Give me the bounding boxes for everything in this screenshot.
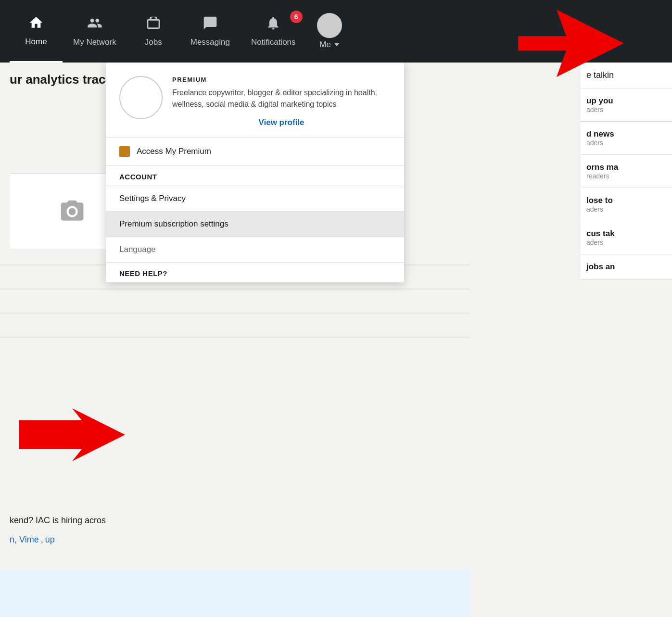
network-icon: [87, 15, 102, 35]
me-chevron-icon: [334, 43, 339, 46]
me-avatar: [317, 13, 342, 38]
right-item-6-label: cus tak: [586, 229, 666, 239]
right-item-3: d news aders: [581, 122, 672, 155]
nav-home-label: Home: [25, 37, 47, 47]
dropdown-profile-info: PREMIUM Freelance copywriter, blogger & …: [172, 76, 391, 127]
right-item-4-label: orns ma: [586, 163, 666, 172]
bottom-link2[interactable]: up: [45, 535, 55, 545]
right-item-2-sub: aders: [586, 106, 666, 113]
dropdown-profile-section: PREMIUM Freelance copywriter, blogger & …: [106, 63, 404, 138]
account-section-header: ACCOUNT: [106, 166, 404, 186]
nav-notifications[interactable]: 6 Notifications: [241, 0, 306, 63]
nav-notifications-label: Notifications: [251, 38, 296, 47]
jobs-icon: [146, 15, 161, 35]
right-item-4-sub: readers: [586, 172, 666, 180]
home-icon: [28, 15, 44, 34]
right-item-7-label: jobs an: [586, 262, 666, 272]
me-label: Me: [319, 40, 339, 50]
profile-description: Freelance copywriter, blogger & editor s…: [172, 87, 391, 110]
nav-jobs[interactable]: Jobs: [127, 0, 180, 63]
right-item-6: cus tak aders: [581, 221, 672, 254]
premium-badge: PREMIUM: [172, 76, 391, 83]
bottom-partial-text: kend? IAC is hiring acros: [10, 516, 106, 525]
access-premium-item[interactable]: Access My Premium: [106, 138, 404, 166]
right-item-2-label: up you: [586, 96, 666, 106]
nav-jobs-label: Jobs: [145, 38, 162, 47]
right-item-5: lose to aders: [581, 188, 672, 221]
right-item-7: jobs an: [581, 254, 672, 280]
dropdown-avatar: [119, 76, 163, 119]
nav-messaging-label: Messaging: [190, 38, 230, 47]
settings-privacy-item[interactable]: Settings & Privacy: [106, 186, 404, 212]
premium-subscription-item[interactable]: Premium subscription settings: [106, 212, 404, 237]
right-item-2: up you aders: [581, 88, 672, 122]
nav-my-network[interactable]: My Network: [63, 0, 127, 63]
arrow-right-indicator: [518, 10, 624, 79]
need-help-header: NEED HELP?: [106, 263, 404, 282]
bottom-link1[interactable]: n, Vime: [10, 535, 39, 545]
arrow-left-indicator: [19, 408, 125, 463]
me-dropdown-menu: PREMIUM Freelance copywriter, blogger & …: [106, 63, 404, 282]
bottom-link-separator: ,: [41, 535, 43, 545]
language-item[interactable]: Language: [106, 237, 404, 263]
right-item-3-label: d news: [586, 129, 666, 139]
svg-marker-1: [19, 408, 125, 461]
premium-icon: [119, 146, 130, 157]
right-item-5-sub: aders: [586, 205, 666, 213]
right-side-feed: e talkin up you aders d news aders orns …: [581, 63, 672, 280]
nav-me[interactable]: Me: [306, 0, 353, 63]
notifications-icon: [266, 15, 281, 35]
right-item-3-sub: aders: [586, 139, 666, 147]
messaging-icon: [203, 15, 218, 35]
camera-icon: [59, 198, 86, 225]
nav-network-label: My Network: [73, 38, 116, 47]
svg-marker-0: [518, 10, 624, 77]
nav-messaging[interactable]: Messaging: [180, 0, 241, 63]
view-profile-button[interactable]: View profile: [172, 118, 391, 127]
notification-count: 6: [290, 11, 303, 23]
right-item-4: orns ma readers: [581, 155, 672, 188]
premium-menu-label: Access My Premium: [137, 147, 211, 156]
right-item-5-label: lose to: [586, 196, 666, 205]
nav-home[interactable]: Home: [10, 0, 63, 63]
right-item-6-sub: aders: [586, 239, 666, 246]
